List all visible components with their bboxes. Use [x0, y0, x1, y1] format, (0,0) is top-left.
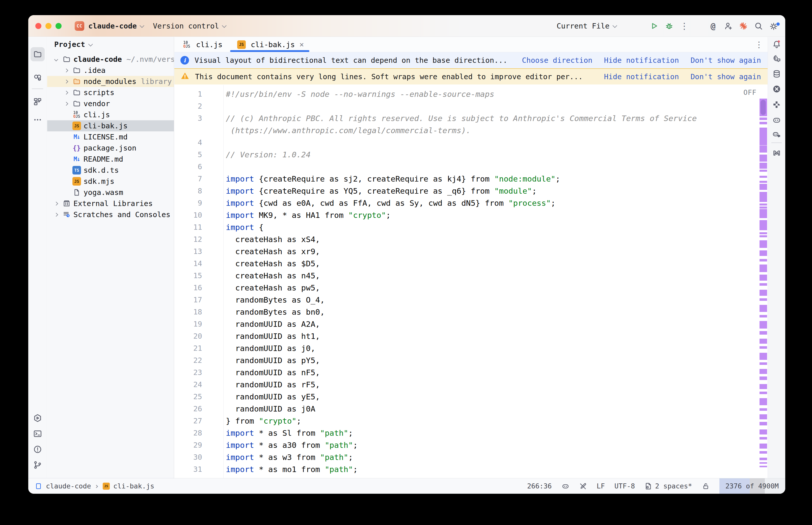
line-number[interactable]: 29	[174, 439, 202, 451]
vcs-widget[interactable]: Version control	[153, 15, 225, 37]
more-actions-button[interactable]: ⋮	[677, 18, 692, 33]
memory-indicator[interactable]: 2376 of 4900M	[719, 478, 785, 494]
line-number[interactable]: 6	[174, 161, 202, 173]
tree-item-vendor[interactable]: vendor	[47, 98, 174, 109]
indent-widget[interactable]: 2 spaces*	[645, 482, 692, 490]
tree-item-claude-code[interactable]: claude-code~/.nvm/vers	[47, 54, 174, 65]
project-tool-button[interactable]	[31, 47, 45, 61]
line-number[interactable]: 21	[174, 342, 202, 354]
close-window-button[interactable]	[35, 23, 41, 29]
tree-item-Scratches and Consoles[interactable]: Scratches and Consoles	[47, 209, 174, 220]
line-number[interactable]: 23	[174, 366, 202, 378]
breadcrumb-project[interactable]: claude-code	[46, 482, 91, 490]
line-number[interactable]: 2	[174, 100, 202, 112]
tree-item-README.md[interactable]: M↓README.md	[47, 153, 174, 165]
mentions-button[interactable]: @	[706, 18, 721, 33]
run-button[interactable]	[647, 18, 662, 33]
scrollbar-thumb[interactable]	[761, 100, 766, 115]
line-number[interactable]: 3	[174, 112, 202, 124]
line-number[interactable]: 26	[174, 403, 202, 415]
line-number[interactable]: 22	[174, 354, 202, 366]
line-number[interactable]: 5	[174, 149, 202, 161]
line-number[interactable]: 15	[174, 270, 202, 282]
breadcrumb[interactable]: claude-code › JS cli-bak.js	[28, 482, 154, 491]
encoding-widget[interactable]: UTF-8	[615, 482, 635, 490]
chevron-right-icon[interactable]	[61, 91, 71, 94]
line-number[interactable]: 10	[174, 209, 202, 221]
close-icon[interactable]: ×	[299, 40, 304, 49]
line-number[interactable]: 28	[174, 427, 202, 439]
settings-button[interactable]	[766, 18, 781, 33]
tree-item-package.json[interactable]: {}package.json	[47, 142, 174, 153]
line-number[interactable]: 7	[174, 173, 202, 185]
minimize-window-button[interactable]	[45, 23, 51, 29]
banner-link-choose-direction[interactable]: Choose direction	[522, 56, 592, 64]
line-number[interactable]: 8	[174, 185, 202, 197]
line-number[interactable]: 13	[174, 245, 202, 257]
readonly-toggle-widget[interactable]	[579, 482, 587, 490]
line-number[interactable]: 9	[174, 197, 202, 209]
structure-tool-button[interactable]	[31, 94, 45, 109]
plus-plugin-tool-button[interactable]	[770, 97, 784, 112]
editor-scrollbar-stripe[interactable]	[759, 85, 767, 478]
tree-item-scripts[interactable]: scripts	[47, 87, 174, 98]
banner-link-don-t-show-again[interactable]: Don't show again	[691, 72, 761, 81]
copilot-status-widget[interactable]	[561, 482, 570, 490]
tree-item-sdk.d.ts[interactable]: TSsdk.d.ts	[47, 165, 174, 176]
tab-options-button[interactable]: ⋮	[755, 37, 763, 52]
chevron-right-icon[interactable]	[61, 69, 71, 72]
tree-item-.idea[interactable]: .idea	[47, 65, 174, 76]
robot-plugin-tool-button[interactable]	[770, 113, 784, 127]
code-with-me-button[interactable]	[721, 18, 736, 33]
line-number[interactable]: 19	[174, 318, 202, 330]
plugin-burst-button[interactable]	[736, 18, 751, 33]
line-number[interactable]: 18	[174, 306, 202, 318]
line-number[interactable]: 31	[174, 463, 202, 475]
version-control-tool-button[interactable]	[31, 458, 45, 472]
line-number[interactable]: 30	[174, 451, 202, 463]
editor-tab-cli-bak.js[interactable]: JScli-bak.js×	[229, 37, 311, 52]
run-configuration-selector[interactable]: Current File	[557, 15, 616, 37]
line-number[interactable]: 11	[174, 221, 202, 233]
x-plugin-tool-button[interactable]	[770, 82, 784, 96]
project-selector[interactable]: claude-code	[88, 15, 143, 37]
tree-item-node_modules[interactable]: node_moduleslibrary	[47, 76, 174, 87]
editor-tab-cli.js[interactable]: 10OJScli.js	[174, 37, 229, 52]
search-everywhere-button[interactable]	[751, 18, 766, 33]
banner-link-hide-notification[interactable]: Hide notification	[604, 56, 679, 64]
line-number[interactable]: 27	[174, 415, 202, 427]
line-number[interactable]: 17	[174, 294, 202, 306]
project-panel-header[interactable]: Project	[47, 37, 174, 52]
tree-item-yoga.wasm[interactable]: yoga.wasm	[47, 187, 174, 198]
line-number[interactable]: 16	[174, 282, 202, 294]
robot-chat-plugin-tool-button[interactable]	[770, 127, 784, 141]
tree-item-sdk.mjs[interactable]: JSsdk.mjs	[47, 176, 174, 187]
ai-assistant-tool-button[interactable]	[770, 52, 784, 66]
tree-item-External Libraries[interactable]: External Libraries	[47, 198, 174, 209]
breadcrumb-file[interactable]: cli-bak.js	[113, 482, 154, 490]
terminal-tool-button[interactable]	[31, 427, 45, 441]
line-number[interactable]: 12	[174, 233, 202, 245]
services-tool-button[interactable]	[31, 411, 45, 425]
lock-widget[interactable]	[702, 482, 710, 490]
m-plugin-tool-button[interactable]	[770, 146, 784, 160]
chevron-right-icon[interactable]	[61, 80, 71, 83]
line-number[interactable]: 4	[174, 136, 202, 149]
tree-item-cli-bak.js[interactable]: JScli-bak.js	[47, 120, 174, 131]
caret-position-widget[interactable]: 266:36	[527, 482, 552, 490]
debug-button[interactable]	[662, 18, 677, 33]
tree-item-LICENSE.md[interactable]: M↓LICENSE.md	[47, 131, 174, 142]
database-tool-button[interactable]	[770, 67, 784, 81]
line-number[interactable]: 20	[174, 330, 202, 342]
line-number[interactable]: 1	[174, 88, 202, 100]
zoom-window-button[interactable]	[56, 23, 62, 29]
line-number[interactable]: 14	[174, 257, 202, 270]
line-number[interactable]: 24	[174, 378, 202, 391]
code-area[interactable]: OFF 1#!/usr/bin/env -S node --no-warning…	[174, 85, 768, 478]
pull-requests-tool-button[interactable]: ?	[31, 70, 45, 85]
chevron-right-icon[interactable]	[51, 213, 61, 216]
chevron-right-icon[interactable]	[51, 202, 61, 205]
banner-link-hide-notification[interactable]: Hide notification	[604, 72, 679, 81]
problems-tool-button[interactable]	[31, 442, 45, 456]
line-separator-widget[interactable]: LF	[597, 482, 605, 490]
